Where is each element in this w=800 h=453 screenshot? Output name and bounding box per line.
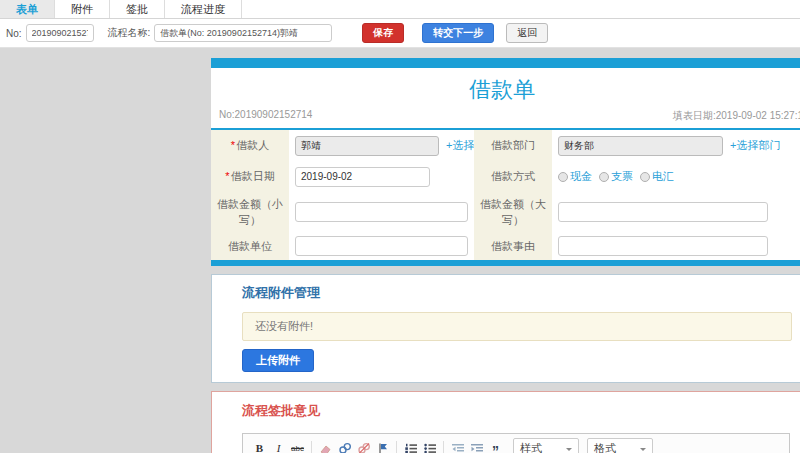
amount-lower-input[interactable] [295,202,468,222]
amount-lower-label-cell: 借款金额（小写） [211,192,289,232]
unlink-icon[interactable] [355,440,372,453]
borrower-input[interactable] [295,136,439,156]
signoff-panel: 流程签批意见 B I abc [211,391,800,453]
amount-upper-label-cell: 借款金额（大写） [474,192,552,232]
reason-value-cell [552,232,800,260]
form-top-bar [211,58,800,68]
page: 表单 附件 签批 流程进度 No: 流程名称: 保存 转交下一步 返回 借款单 … [0,0,800,453]
amount-upper-label: 借款金额（大写） [476,196,550,229]
borrower-label: 借款人 [236,139,269,151]
blockquote-icon[interactable]: ” [487,440,504,453]
amount-lower-value-cell [289,192,474,232]
loan-form-panel: 借款单 No:20190902152714 填表日期:2019-09-02 15… [211,58,800,266]
outdent-icon[interactable] [449,440,466,453]
save-button[interactable]: 保存 [362,23,404,43]
styles-dropdown-label: 样式 [520,441,542,453]
chevron-down-icon [640,448,646,453]
amount-lower-label: 借款金额（小写） [213,196,287,229]
radio-icon[interactable] [599,172,609,182]
form-no-text: No:20190902152714 [219,109,312,123]
forward-next-step-button[interactable]: 转交下一步 [422,23,494,43]
method-wire-label: 电汇 [652,169,674,184]
attachments-heading: 流程附件管理 [242,284,792,302]
select-department-link[interactable]: +选择部门 [730,138,780,153]
tab-bar: 表单 附件 签批 流程进度 [0,0,800,19]
remove-format-icon[interactable] [317,440,334,453]
required-asterisk: * [231,139,235,151]
format-dropdown-label: 格式 [594,441,616,453]
tab-signoff[interactable]: 签批 [110,0,165,18]
attachments-panel: 流程附件管理 还没有附件! 上传附件 [211,274,800,383]
method-option-cash[interactable]: 现金 [558,169,592,184]
unit-label-cell: 借款单位 [211,232,289,260]
form-table: *借款人 +选择人员 借款部门 +选择部门 *借款日期 [211,130,800,260]
method-cash-label: 现金 [570,169,592,184]
flag-anchor-icon[interactable] [374,440,391,453]
no-attachments-message: 还没有附件! [242,312,792,341]
method-value-cell: 现金 支票 电汇 [552,161,800,192]
method-label: 借款方式 [491,168,535,185]
department-label: 借款部门 [491,137,535,154]
amount-upper-input[interactable] [558,202,768,222]
format-dropdown[interactable]: 格式 [587,438,653,453]
loan-date-value-cell [289,161,474,192]
signoff-heading: 流程签批意见 [242,402,792,420]
process-name-label: 流程名称: [108,26,151,40]
toolbar-separator [396,441,397,453]
tab-attachments[interactable]: 附件 [55,0,110,18]
radio-icon[interactable] [558,172,568,182]
department-value-cell: +选择部门 [552,130,800,161]
reason-label-cell: 借款事由 [474,232,552,260]
strikethrough-icon[interactable]: abc [289,440,306,453]
numbered-list-icon[interactable] [402,440,419,453]
indent-icon[interactable] [468,440,485,453]
toolbar-separator [443,441,444,453]
radio-icon[interactable] [640,172,650,182]
form-title: 借款单 [211,68,800,107]
form-meta-row: No:20190902152714 填表日期:2019-09-02 15:27:… [211,107,800,128]
rich-text-editor: B I abc [242,433,790,453]
reason-input[interactable] [558,236,768,256]
italic-icon[interactable]: I [270,440,287,453]
department-label-cell: 借款部门 [474,130,552,161]
method-label-cell: 借款方式 [474,161,552,192]
chevron-down-icon [566,448,572,453]
borrower-label-cell: *借款人 [211,130,289,161]
borrower-value-cell: +选择人员 [289,130,474,161]
method-option-wire[interactable]: 电汇 [640,169,674,184]
department-input[interactable] [558,136,723,156]
form-bottom-bar [211,260,800,266]
amount-upper-value-cell [552,192,800,232]
loan-date-label: 借款日期 [231,170,275,182]
action-bar: No: 流程名称: 保存 转交下一步 返回 [0,19,800,48]
styles-dropdown[interactable]: 样式 [513,438,579,453]
loan-date-input[interactable] [295,167,430,187]
method-option-cheque[interactable]: 支票 [599,169,633,184]
process-name-input[interactable] [154,24,332,42]
unit-input[interactable] [295,236,468,256]
form-date-text: 填表日期:2019-09-02 15:27:1 [673,109,800,123]
method-cheque-label: 支票 [611,169,633,184]
bulleted-list-icon[interactable] [421,440,438,453]
bold-icon[interactable]: B [251,440,268,453]
no-input[interactable] [26,24,94,42]
toolbar-separator [311,441,312,453]
tab-progress[interactable]: 流程进度 [165,0,242,18]
loan-date-label-cell: *借款日期 [211,161,289,192]
upload-attachment-button[interactable]: 上传附件 [242,349,314,372]
content-column: 借款单 No:20190902152714 填表日期:2019-09-02 15… [211,58,800,453]
required-asterisk: * [225,170,229,182]
no-label: No: [6,28,22,39]
unit-label: 借款单位 [228,238,272,255]
back-button[interactable]: 返回 [506,23,548,43]
reason-label: 借款事由 [491,238,535,255]
tab-form[interactable]: 表单 [0,0,55,18]
editor-toolbar: B I abc [243,434,789,453]
unit-value-cell [289,232,474,260]
link-icon[interactable] [336,440,353,453]
